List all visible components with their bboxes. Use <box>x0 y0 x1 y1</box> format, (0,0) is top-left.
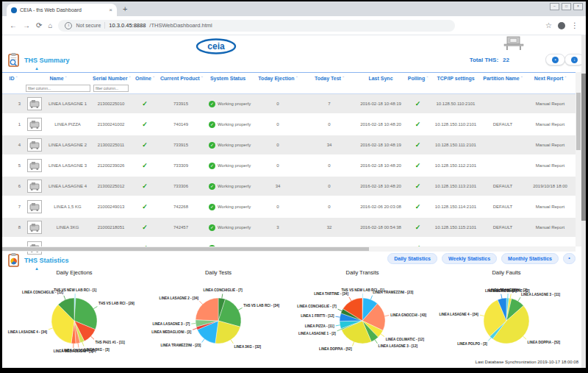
pie-slice[interactable] <box>196 298 218 321</box>
table-row[interactable]: 6LINEA LASAGNE 421300225012✓733306✓Worki… <box>2 176 576 196</box>
sort-caret-icon[interactable]: ˆ <box>16 76 18 80</box>
table-row[interactable]: 3LINEA LASAGNE 121300225010✓733915✓Worki… <box>2 94 576 115</box>
column-header-today-ejection[interactable]: Today Ejectionˆ <box>254 73 302 94</box>
statistics-clipboard-icon <box>8 253 21 267</box>
weekly-statistics-button[interactable]: Weekly Statistics <box>442 253 497 264</box>
pie-label: LINEA CONCHIGLIE - [7] <box>203 288 243 292</box>
sort-caret-icon[interactable]: ˆ <box>521 76 523 80</box>
column-header-name[interactable]: Nameˆ <box>24 73 92 94</box>
daily-statistics-button[interactable]: Daily Statistics <box>387 253 437 264</box>
snapshot-button[interactable]: • <box>545 54 565 65</box>
new-tab-button[interactable]: + <box>123 4 127 13</box>
url-path: /THSWebDashboard.html <box>149 22 212 29</box>
cell-id: 7 <box>2 196 24 217</box>
column-header-online[interactable]: Onlineˆ <box>130 73 159 94</box>
not-secure-icon[interactable]: i <box>65 22 72 29</box>
column-label: ID <box>10 76 15 81</box>
column-header-system-status[interactable]: System Status <box>202 73 254 94</box>
home-icon[interactable]: ⌂ <box>48 22 52 29</box>
pie-label: LINEA CONCHIGLIE - [7] <box>297 305 337 308</box>
pie-leader-line <box>501 294 502 299</box>
more-statistics-button[interactable]: • <box>563 253 576 264</box>
forward-icon[interactable]: → <box>23 22 30 29</box>
online-check-icon: ✓ <box>130 135 159 155</box>
pie-leader-line <box>64 296 65 300</box>
pie-label: LINEA 1 FRITTI - [12] <box>301 314 334 318</box>
table-row[interactable]: 4LINEA LASAGNE 221300225011✓733915✓Worki… <box>2 135 576 155</box>
table-row[interactable]: 1LINEA PIZZA21300241002✓740149✓Working p… <box>2 114 576 135</box>
browser-menu-icon[interactable]: ⋮ <box>571 22 578 29</box>
column-header-next-report[interactable]: Next Reportˆ <box>525 73 576 94</box>
table-row[interactable]: 7LINEA 1,5 KG21000249013✓742268✓Working … <box>2 196 576 217</box>
machine-thumbnail[interactable] <box>27 159 42 172</box>
pie-leader-line <box>510 294 511 299</box>
column-header-tcp-ip-settings[interactable]: TCP/IP settings <box>431 73 481 94</box>
page-scrollbar[interactable] <box>581 35 586 368</box>
cell-next-report: Manual Report <box>525 114 576 135</box>
logo-text: ceia <box>207 41 225 51</box>
pie-label: LINEA LASAGNE 3 - [7] <box>152 322 190 326</box>
cell-last-sync: 2016-02-18 00:54:38 <box>356 217 405 238</box>
scrollbar-thumb[interactable] <box>2 247 369 251</box>
sort-caret-icon[interactable]: ˆ <box>296 76 298 80</box>
machine-thumbnail[interactable] <box>27 97 42 110</box>
cell-next-report: 2019/10/18 18:00 <box>525 176 576 196</box>
cell-partition: DEFAULT <box>481 196 525 217</box>
machine-thumbnail[interactable] <box>27 180 42 193</box>
column-header-today-test[interactable]: Today Testˆ <box>302 73 356 94</box>
column-label: Next Report <box>534 76 564 81</box>
table-vertical-scrollbar[interactable] <box>576 72 581 246</box>
cell-next-report: Manual Report <box>525 217 576 238</box>
sort-caret-icon[interactable]: ˆ <box>65 76 67 80</box>
polling-check-icon: ✓ <box>405 135 431 155</box>
summary-collapse-icon[interactable]: ▲ <box>35 66 39 71</box>
filter-input[interactable] <box>26 85 90 92</box>
table-row[interactable]: 5LINEA LASAGNE 321200239026✓733309✓Worki… <box>2 155 576 176</box>
tab-close-icon[interactable]: × <box>109 7 112 13</box>
column-header-last-sync[interactable]: Last Sync <box>356 73 405 94</box>
pie-label: LINEA POLPO - [3] <box>457 342 487 346</box>
column-header-serial-number[interactable]: Serial Numberˆ <box>92 73 130 94</box>
cell-today-ejection: 0 <box>254 196 302 217</box>
minimize-icon[interactable]: – <box>550 3 559 10</box>
pie-label: LINEA CONCHIGLIE - [12] <box>22 291 63 294</box>
pie-leader-line <box>488 338 491 341</box>
table-horizontal-scrollbar[interactable] <box>2 246 576 252</box>
cell-serial: 21300225010 <box>92 94 130 115</box>
table-row[interactable]: 8LINEA 3KG21000218051✓742457✓Working pro… <box>2 217 576 238</box>
column-header-current-product[interactable]: Current Productˆ <box>159 73 202 94</box>
ceia-logo: ceia <box>196 38 237 57</box>
cell-current-product: 733915 <box>159 135 202 155</box>
machine-thumbnail[interactable] <box>27 200 42 213</box>
reload-icon[interactable]: ⟳ <box>36 22 42 29</box>
scrollbar-thumb[interactable] <box>581 74 586 221</box>
monthly-statistics-button[interactable]: Monthly Statistics <box>501 253 559 264</box>
cell-tcpip: 10.128.150.111:2101 <box>431 135 481 155</box>
machine-thumbnail[interactable] <box>27 118 42 131</box>
column-header-id[interactable]: IDˆ <box>2 73 24 94</box>
sort-caret-icon[interactable]: ˆ <box>343 76 344 80</box>
sort-caret-icon[interactable]: ˆ <box>153 76 154 80</box>
column-header-polling[interactable]: Pollingˆ <box>405 73 431 94</box>
machine-thumbnail[interactable] <box>27 221 42 234</box>
cell-today-test: 0 <box>302 196 356 217</box>
back-icon[interactable]: ← <box>10 22 17 29</box>
machine-thumbnail[interactable] <box>27 138 42 152</box>
close-icon[interactable]: × <box>573 3 583 10</box>
profile-avatar[interactable] <box>558 22 565 29</box>
address-bar[interactable]: i Not secure 10.3.0.45:8888/THSWebDashbo… <box>58 20 455 32</box>
filter-input[interactable] <box>93 85 129 92</box>
restore-icon[interactable]: □ <box>562 3 571 10</box>
bookmark-star-icon[interactable]: ☆ <box>545 22 552 29</box>
browser-tab[interactable]: CEIA - ths Web Dashboard × <box>7 4 117 16</box>
cell-name: LINEA LASAGNE 2 <box>44 143 91 147</box>
column-header-partition-name[interactable]: Partition Nameˆ <box>481 73 525 94</box>
pie-leader-line <box>91 336 94 339</box>
online-check-icon: ✓ <box>130 217 159 238</box>
pie-chart: LINEA CONCHIGLIE - [7]THS VS LAB RCI - [… <box>146 277 290 368</box>
pie-leader-line <box>337 330 342 331</box>
scrollbar-thumb[interactable] <box>576 93 581 150</box>
sort-caret-icon[interactable]: ˆ <box>426 76 428 80</box>
pie-leader-line <box>202 339 205 343</box>
sort-caret-icon[interactable]: ˆ <box>564 76 566 80</box>
